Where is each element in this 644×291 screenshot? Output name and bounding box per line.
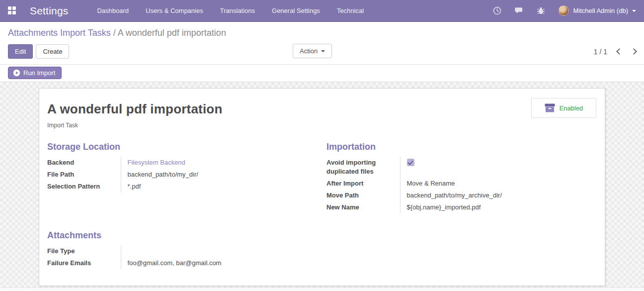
bottom-scroll-strip bbox=[0, 288, 644, 291]
form-statusbar: Run Import bbox=[0, 65, 644, 82]
edit-button[interactable]: Edit bbox=[8, 44, 33, 59]
field-row-new-name: New Name ${obj.name}_imported.pdf bbox=[326, 201, 578, 213]
field-label-selection-pattern: Selection Pattern bbox=[47, 181, 121, 193]
field-label-avoid-duplicates: Avoid importing duplicated files bbox=[326, 157, 400, 178]
user-name: Mitchell Admin (db) bbox=[573, 7, 628, 14]
menu-item-users-companies[interactable]: Users & Companies bbox=[146, 7, 203, 14]
enabled-stat-button[interactable]: Enabled bbox=[531, 98, 596, 118]
record-title: A wonderful pdf importation bbox=[47, 101, 597, 117]
record-subtitle: Import Task bbox=[47, 122, 597, 129]
field-label-file-type: File Type bbox=[47, 245, 121, 257]
field-value-move-path: backend_path/to/my_archive_dir/ bbox=[400, 190, 578, 201]
navbar-right: Mitchell Admin (db) bbox=[493, 5, 636, 16]
action-dropdown-button[interactable]: Action bbox=[293, 44, 332, 58]
chevron-down-icon bbox=[632, 10, 636, 12]
avoid-duplicates-checkbox[interactable] bbox=[407, 159, 414, 166]
field-row-after-import: After Import Move & Rename bbox=[326, 178, 578, 190]
field-value-failure-emails: foo@gmail.com, bar@gmail.com bbox=[121, 257, 299, 269]
main-menu: Dashboard Users & Companies Translations… bbox=[97, 7, 364, 14]
field-label-file-path: File Path bbox=[47, 169, 121, 181]
debug-bug-icon[interactable] bbox=[537, 6, 545, 15]
menu-item-technical[interactable]: Technical bbox=[337, 7, 364, 14]
form-sheet: Enabled A wonderful pdf importation Impo… bbox=[39, 88, 605, 286]
group-title: Storage Location bbox=[47, 142, 299, 152]
field-label-backend: Backend bbox=[47, 157, 121, 169]
chevron-down-icon bbox=[321, 50, 325, 52]
pager-next-icon[interactable] bbox=[631, 48, 637, 55]
field-row-move-path: Move Path backend_path/to/my_archive_dir… bbox=[326, 190, 578, 201]
form-view-background: Enabled A wonderful pdf importation Impo… bbox=[0, 82, 644, 291]
breadcrumb: Attachments Import Tasks / A wonderful p… bbox=[8, 28, 636, 38]
field-label-after-import: After Import bbox=[326, 178, 400, 190]
menu-item-dashboard[interactable]: Dashboard bbox=[97, 7, 129, 14]
menu-item-general-settings[interactable]: General Settings bbox=[272, 7, 320, 14]
field-value-selection-pattern: *.pdf bbox=[121, 181, 299, 193]
breadcrumb-current: A wonderful pdf importation bbox=[118, 28, 226, 38]
group-attachments: Attachments File Type Failure Emails foo… bbox=[47, 230, 299, 269]
create-button[interactable]: Create bbox=[36, 44, 69, 59]
group-storage-location: Storage Location Backend Filesystem Back… bbox=[47, 142, 299, 213]
field-label-failure-emails: Failure Emails bbox=[47, 257, 121, 269]
field-row-file-path: File Path backend_path/to/my_dir/ bbox=[47, 169, 299, 181]
field-label-move-path: Move Path bbox=[326, 190, 400, 201]
action-label: Action bbox=[300, 47, 318, 55]
control-panel: Attachments Import Tasks / A wonderful p… bbox=[0, 22, 644, 65]
pager: 1 / 1 bbox=[594, 48, 636, 56]
field-row-failure-emails: Failure Emails foo@gmail.com, bar@gmail.… bbox=[47, 257, 299, 269]
top-navbar: Settings Dashboard Users & Companies Tra… bbox=[0, 0, 644, 22]
group-importation: Importation Avoid importing duplicated f… bbox=[326, 142, 578, 213]
run-import-button[interactable]: Run Import bbox=[8, 67, 62, 79]
group-title: Attachments bbox=[47, 230, 299, 241]
apps-menu-icon[interactable] bbox=[8, 6, 17, 15]
field-value-file-type bbox=[121, 245, 299, 257]
breadcrumb-separator: / bbox=[111, 28, 118, 38]
enabled-label: Enabled bbox=[560, 104, 583, 112]
messages-icon[interactable] bbox=[515, 6, 523, 15]
pager-value: 1 / 1 bbox=[594, 48, 607, 56]
user-menu[interactable]: Mitchell Admin (db) bbox=[559, 5, 636, 16]
field-row-selection-pattern: Selection Pattern *.pdf bbox=[47, 181, 299, 193]
field-groups: Storage Location Backend Filesystem Back… bbox=[47, 142, 597, 213]
app-title[interactable]: Settings bbox=[30, 5, 68, 17]
control-panel-buttons-row: Edit Create Action 1 / 1 bbox=[8, 44, 636, 59]
field-value-file-path: backend_path/to/my_dir/ bbox=[121, 169, 299, 181]
field-row-file-type: File Type bbox=[47, 245, 299, 257]
user-avatar bbox=[559, 5, 569, 16]
field-row-avoid-duplicates: Avoid importing duplicated files bbox=[326, 157, 578, 178]
activities-clock-icon[interactable] bbox=[493, 6, 501, 15]
run-import-label: Run Import bbox=[23, 69, 55, 77]
group-title: Importation bbox=[326, 142, 578, 152]
menu-item-translations[interactable]: Translations bbox=[220, 7, 255, 14]
field-label-new-name: New Name bbox=[326, 201, 400, 213]
play-circle-icon bbox=[13, 69, 20, 77]
archive-box-icon bbox=[545, 103, 555, 112]
pager-previous-icon[interactable] bbox=[616, 48, 623, 55]
backend-value-link[interactable]: Filesystem Backend bbox=[128, 159, 185, 166]
field-value-after-import: Move & Rename bbox=[400, 178, 578, 190]
breadcrumb-parent-link[interactable]: Attachments Import Tasks bbox=[8, 28, 111, 38]
field-row-backend: Backend Filesystem Backend bbox=[47, 157, 299, 169]
field-value-new-name: ${obj.name}_imported.pdf bbox=[400, 201, 578, 213]
